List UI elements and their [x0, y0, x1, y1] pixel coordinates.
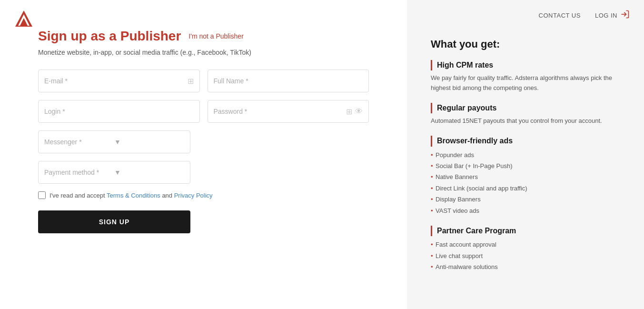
benefit-list-item-2-0: Popunder ads [431, 150, 620, 160]
page-heading: Sign up as a Publisher [38, 29, 181, 44]
password-field-wrapper: ⊞ 👁 [208, 100, 369, 123]
payment-arrow-icon: ▼ [114, 169, 184, 176]
benefit-list-2: Popunder adsSocial Bar (+ In-Page Push)N… [431, 150, 620, 216]
benefit-section-2: Browser-friendly adsPopunder adsSocial B… [431, 136, 620, 216]
fullname-field-wrapper [208, 70, 369, 92]
contact-us-link[interactable]: CONTACT US [539, 12, 581, 19]
benefit-section-1: Regular payoutsAutomated 15NET payouts t… [431, 103, 620, 126]
password-input[interactable] [214, 108, 347, 115]
benefit-section-3: Partner Care ProgramFast account approva… [431, 226, 620, 273]
heading-row: Sign up as a Publisher I'm not a Publish… [38, 29, 369, 44]
benefit-list-item-3-0: Fast account approval [431, 239, 620, 250]
login-link[interactable]: LOG IN [595, 10, 630, 21]
messenger-arrow-icon: ▼ [114, 138, 184, 146]
benefit-list-item-3-2: Anti-malware solutions [431, 261, 620, 272]
benefit-desc-1: Automated 15NET payouts that you control… [431, 116, 620, 126]
privacy-link[interactable]: Privacy Policy [174, 192, 213, 199]
benefits-container: High CPM ratesWe pay fairly for quality … [431, 60, 620, 272]
benefit-list-item-2-4: Display Banners [431, 194, 620, 205]
benefit-list-item-2-3: Direct Link (social and app traffic) [431, 183, 620, 194]
terms-checkbox-row: I've read and accept Terms & Conditions … [38, 191, 369, 199]
not-publisher-link[interactable]: I'm not a Publisher [188, 32, 244, 40]
benefit-list-3: Fast account approvalLive chat supportAn… [431, 239, 620, 272]
email-icon: ⊞ [188, 77, 194, 86]
login-input[interactable] [44, 108, 194, 115]
benefit-section-0: High CPM ratesWe pay fairly for quality … [431, 60, 620, 93]
form-grid: ⊞ ⊞ 👁 [38, 70, 369, 123]
password-dots-icon: ⊞ [346, 107, 352, 116]
left-panel: Sign up as a Publisher I'm not a Publish… [0, 0, 407, 309]
terms-checkbox[interactable] [38, 191, 46, 199]
benefit-list-item-2-1: Social Bar (+ In-Page Push) [431, 160, 620, 171]
signup-button[interactable]: SIGN UP [38, 210, 190, 233]
benefit-title-2: Browser-friendly ads [431, 136, 620, 146]
right-panel: CONTACT US LOG IN What you get: High CPM… [407, 0, 644, 309]
benefit-title-3: Partner Care Program [431, 226, 620, 236]
logo [14, 10, 33, 29]
subtitle: Monetize website, in-app, or social medi… [38, 49, 369, 56]
benefit-list-item-3-1: Live chat support [431, 250, 620, 261]
payment-select[interactable]: Payment method * ▼ [38, 161, 190, 184]
benefit-list-item-2-5: VAST video ads [431, 205, 620, 216]
what-you-get-title: What you get: [431, 38, 620, 50]
benefit-title-1: Regular payouts [431, 103, 620, 113]
fullname-input[interactable] [214, 77, 363, 85]
login-field-wrapper [38, 100, 200, 123]
email-input[interactable] [44, 77, 188, 85]
email-field-wrapper: ⊞ [38, 70, 200, 92]
what-you-get-section: What you get: High CPM ratesWe pay fairl… [431, 38, 620, 272]
terms-text: I've read and accept Terms & Conditions … [50, 192, 213, 199]
benefit-title-0: High CPM rates [431, 60, 620, 70]
login-icon [620, 10, 630, 21]
payment-placeholder: Payment method * [44, 169, 114, 176]
messenger-placeholder: Messenger * [44, 138, 114, 146]
top-nav: CONTACT US LOG IN [539, 10, 630, 21]
benefit-desc-0: We pay fairly for quality traffic. Adste… [431, 73, 620, 93]
messenger-select[interactable]: Messenger * ▼ [38, 130, 190, 153]
terms-link[interactable]: Terms & Conditions [107, 192, 160, 199]
benefit-list-item-2-2: Native Banners [431, 171, 620, 182]
password-toggle-icon[interactable]: 👁 [355, 107, 363, 116]
